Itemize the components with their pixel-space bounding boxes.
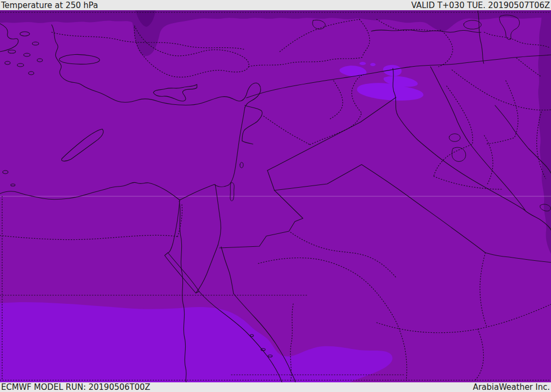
map-title: Temperature at 250 hPa [1, 1, 98, 10]
warm-blob [359, 62, 366, 65]
header-bar: Temperature at 250 hPa VALID T+030 TUE. … [0, 0, 551, 10]
valid-time-label: VALID T+030 TUE. 20190507T06Z [411, 1, 550, 10]
warm-blob [370, 63, 376, 66]
weather-map [0, 10, 551, 382]
brand-label: ArabiaWeather Inc. [473, 383, 550, 391]
footer-bar: ECMWF MODEL RUN: 20190506T00Z ArabiaWeat… [0, 382, 551, 392]
weather-map-screen: Temperature at 250 hPa VALID T+030 TUE. … [0, 0, 551, 392]
model-run-label: ECMWF MODEL RUN: 20190506T00Z [1, 383, 150, 391]
